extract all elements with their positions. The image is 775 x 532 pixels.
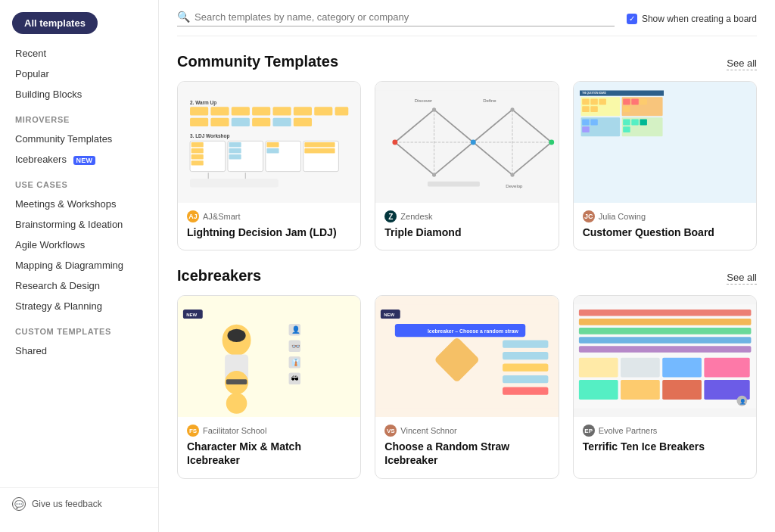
sidebar-item-mapping[interactable]: Mapping & Diagramming [0, 255, 158, 275]
svg-text:3. LDJ Workshop: 3. LDJ Workshop [190, 133, 229, 139]
author-name-question: Julia Cowing [599, 212, 646, 221]
template-card-question[interactable]: THE QUESTION BOARD [573, 81, 757, 250]
author-name-triple: Zendesk [400, 212, 432, 221]
svg-rect-9 [190, 118, 208, 126]
svg-text:Define: Define [484, 98, 497, 103]
svg-rect-4 [252, 107, 270, 115]
svg-rect-14 [294, 118, 312, 126]
template-card-triple[interactable]: Discover Define Develop Z Zendesk Triple… [375, 81, 559, 250]
svg-text:Develop: Develop [506, 184, 524, 188]
community-see-all[interactable]: See all [727, 58, 757, 70]
svg-rect-23 [229, 148, 241, 153]
svg-rect-71 [623, 120, 630, 126]
show-creating-option: Show when creating a board [627, 14, 757, 24]
svg-rect-33 [190, 179, 279, 187]
template-card-terrific[interactable]: 👤 EP Evolve Partners Terrific Ten Ice Br… [573, 295, 757, 478]
svg-point-46 [511, 107, 515, 111]
svg-rect-112 [704, 358, 749, 378]
svg-point-44 [432, 107, 436, 111]
svg-rect-69 [640, 99, 647, 105]
all-templates-button[interactable]: All templates [12, 12, 98, 34]
feedback-icon: 💬 [12, 497, 26, 511]
svg-rect-13 [272, 118, 291, 126]
author-name-terrific: Evolve Partners [599, 426, 658, 435]
sidebar-top: All templates [0, 12, 158, 43]
template-card-character[interactable]: NEW 👤 👓 [177, 295, 361, 478]
card-image-straw: NEW Icebreaker – Choose a random straw [375, 296, 558, 417]
feedback-button[interactable]: 💬 Give us feedback [0, 487, 158, 520]
svg-rect-74 [623, 126, 630, 132]
svg-rect-63 [590, 106, 598, 112]
card-body-ldj: AJ AJ&Smart Lightning Decision Jam (LDJ) [178, 203, 360, 250]
svg-rect-75 [178, 304, 360, 409]
svg-rect-67 [623, 99, 630, 105]
svg-rect-18 [191, 148, 204, 153]
svg-rect-3 [232, 107, 250, 115]
card-image-triple: Discover Define Develop [375, 82, 558, 203]
card-body-question: JC Julia Cowing Customer Question Board [574, 203, 756, 250]
author-name-ldj: AJ&Smart [203, 212, 241, 221]
sidebar-item-brainstorming[interactable]: Brainstorming & Ideation [0, 214, 158, 235]
svg-rect-59 [582, 99, 590, 105]
template-card-ldj[interactable]: 2. Warm Up [177, 81, 361, 250]
svg-text:Discover: Discover [415, 98, 432, 103]
svg-rect-2 [210, 107, 229, 115]
search-icon: 🔍 [177, 11, 190, 23]
svg-rect-105 [579, 319, 752, 325]
svg-rect-6 [294, 107, 312, 115]
author-avatar-terrific: EP [583, 425, 595, 437]
search-input[interactable] [195, 11, 615, 23]
card-author-ldj: AJ AJ&Smart [187, 210, 351, 222]
author-avatar-character: FS [187, 425, 199, 437]
show-creating-label: Show when creating a board [642, 14, 757, 24]
template-card-straw[interactable]: NEW Icebreaker – Choose a random straw [375, 295, 559, 478]
sidebar-item-popular[interactable]: Popular [0, 64, 158, 84]
card-author-triple: Z Zendesk [384, 210, 549, 222]
show-creating-checkbox[interactable] [627, 14, 637, 24]
sidebar-item-agile[interactable]: Agile Workflows [0, 235, 158, 255]
svg-rect-7 [314, 107, 332, 115]
svg-rect-11 [232, 118, 250, 126]
svg-rect-98 [503, 341, 548, 348]
svg-text:NEW: NEW [384, 313, 395, 317]
svg-rect-30 [304, 148, 335, 153]
card-title-ldj: Lightning Decision Jam (LDJ) [187, 226, 351, 239]
icebreakers-see-all[interactable]: See all [727, 272, 757, 285]
card-image-question: THE QUESTION BOARD [574, 82, 756, 203]
sidebar-item-strategy[interactable]: Strategy & Planning [0, 296, 158, 316]
feedback-label: Give us feedback [32, 499, 102, 509]
sidebar-item-research[interactable]: Research & Design [0, 275, 158, 296]
svg-rect-68 [631, 99, 639, 105]
sidebar-item-community-templates[interactable]: Community Templates [0, 129, 158, 149]
card-image-character: NEW 👤 👓 [178, 296, 360, 417]
card-author-terrific: EP Evolve Partners [583, 425, 747, 437]
svg-rect-12 [252, 118, 270, 126]
sidebar-item-meetings[interactable]: Meetings & Workshops [0, 194, 158, 214]
svg-rect-22 [229, 142, 241, 147]
card-title-character: Character Mix & Match Icebreaker [187, 440, 351, 467]
svg-rect-100 [503, 364, 548, 372]
card-body-terrific: EP Evolve Partners Terrific Ten Ice Brea… [574, 417, 756, 464]
sidebar-item-recent[interactable]: Recent [0, 43, 158, 64]
sidebar-item-building-blocks[interactable]: Building Blocks [0, 84, 158, 104]
sidebar-item-icebreakers[interactable]: Icebreakers NEW [0, 149, 158, 170]
svg-point-43 [549, 140, 555, 145]
svg-text:Icebreaker – Choose a random s: Icebreaker – Choose a random straw [428, 328, 519, 334]
svg-rect-102 [503, 387, 548, 395]
author-avatar-ldj: AJ [187, 210, 199, 222]
svg-rect-109 [579, 358, 618, 378]
svg-text:2. Warm Up: 2. Warm Up [190, 100, 216, 106]
svg-rect-26 [266, 142, 279, 147]
svg-rect-1 [190, 107, 208, 115]
community-section-header: Community Templates See all [177, 53, 757, 70]
svg-rect-101 [503, 375, 548, 383]
card-author-straw: VS Vincent Schnor [384, 425, 549, 437]
svg-rect-29 [304, 142, 335, 147]
card-title-terrific: Terrific Ten Ice Breakers [583, 440, 747, 453]
svg-rect-115 [662, 380, 702, 400]
svg-rect-8 [335, 107, 349, 115]
svg-text:THE QUESTION BOARD: THE QUESTION BOARD [582, 92, 606, 95]
main-content: 🔍 Show when creating a board Community T… [159, 0, 775, 532]
sidebar-item-shared[interactable]: Shared [0, 341, 158, 361]
svg-point-42 [471, 140, 476, 145]
